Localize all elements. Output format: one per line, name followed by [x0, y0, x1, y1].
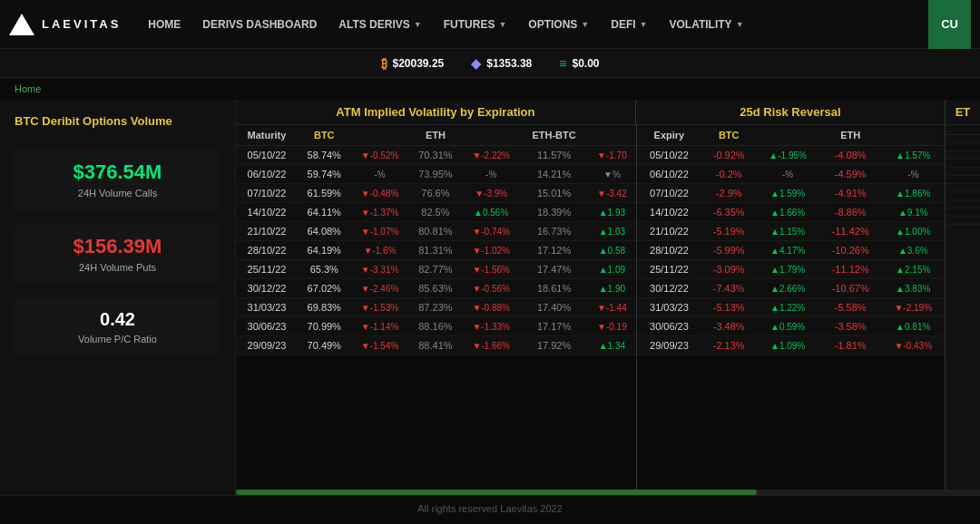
cell-btc-delta: ▼-2.46%	[351, 279, 409, 298]
th-rr-btc2	[756, 125, 818, 146]
main-layout: BTC Deribit Options Volume $376.54M 24H …	[0, 100, 980, 495]
cell-maturity: 28/10/22	[236, 241, 298, 260]
et-table-row	[946, 151, 980, 160]
cell-rr-btc3: -8.86%	[819, 203, 882, 222]
cell-eth-delta: ▼-2.22%	[462, 146, 520, 165]
cell-ethbtc-delta: ▼-3.42	[588, 184, 636, 203]
cell-eth-delta: ▼-0.56%	[462, 279, 520, 298]
cell-rr-btc3: -4.59%	[819, 165, 882, 184]
cell-rr-btc: -7.43%	[701, 279, 756, 298]
cell-eth-delta: ▼-1.66%	[462, 336, 520, 355]
cell-btc-delta: ▼-0.48%	[351, 184, 409, 203]
panel-title: BTC Deribit Options Volume	[15, 114, 220, 128]
cell-maturity: 30/06/23	[236, 317, 298, 336]
cell-rr-btc2: ▲1.09%	[756, 336, 818, 355]
cell-eth-val: 70.31%	[409, 146, 463, 165]
cell-maturity: 21/10/22	[236, 222, 298, 241]
cell-eth-val: 80.81%	[409, 222, 463, 241]
calls-box: $376.54M 24H Volume Calls	[15, 150, 220, 209]
cell-eth-val: 85.63%	[409, 279, 463, 298]
btc-value: $20039.25	[393, 57, 445, 70]
cell-et	[946, 184, 980, 192]
right-content: ATM Implied Volatility by Expiration 25d…	[236, 100, 980, 495]
rr-table-row: 05/10/22 -0.92% ▲-1.95% -4.08% ▲1.57%	[637, 146, 945, 165]
cell-maturity: 06/10/22	[236, 165, 298, 184]
cell-eth-val: 82.5%	[409, 203, 463, 222]
navbar: LAEVITAS HOME DERIVS DASHBOARD ALTS DERI…	[0, 0, 980, 49]
cell-et	[946, 192, 980, 200]
cell-expiry: 29/09/23	[637, 336, 701, 355]
et-table-row	[946, 200, 980, 209]
atm-table-row: 31/03/23 69.83% ▼-1.53% 87.23% ▼-0.88% 1…	[236, 298, 636, 317]
cell-btc-delta: -%	[351, 165, 409, 184]
cell-ethbtc-delta: ▲1.93	[588, 203, 636, 222]
cell-ethbtc-val: 14.21%	[520, 165, 588, 184]
cell-rr-btc2: ▲1.66%	[756, 203, 818, 222]
cell-ethbtc-val: 17.17%	[520, 317, 588, 336]
nav-user[interactable]: CU	[928, 0, 971, 49]
breadcrumb-home[interactable]: Home	[15, 83, 41, 94]
cell-btc-val: 69.83%	[298, 298, 351, 317]
puts-box: $156.39M 24H Volume Puts	[15, 224, 220, 284]
nav-futures[interactable]: FUTURES ▼	[435, 13, 516, 36]
rr-table-row: 30/12/22 -7.43% ▲2.66% -10.67% ▲3.83%	[637, 279, 945, 298]
cell-rr-btc2: ▲1.15%	[756, 222, 818, 241]
scrollbar[interactable]	[236, 490, 980, 495]
nav-home[interactable]: HOME	[139, 13, 190, 36]
cell-rr-btc: -2.13%	[701, 336, 756, 355]
atm-table-row: 30/06/23 70.99% ▼-1.14% 88.16% ▼-1.33% 1…	[236, 317, 636, 336]
cell-ethbtc-val: 11.57%	[520, 146, 588, 165]
cell-eth-delta: -%	[462, 165, 520, 184]
cell-maturity: 29/09/23	[236, 336, 298, 355]
cell-rr-btc3: -5.58%	[819, 298, 882, 317]
cell-eth-delta: ▼-1.33%	[462, 317, 520, 336]
atm-table-row: 29/09/23 70.49% ▼-1.54% 88.41% ▼-1.66% 1…	[236, 336, 636, 355]
ratio-label: Volume P/C Ratio	[29, 334, 206, 344]
cell-rr-btc2: -%	[756, 165, 818, 184]
cell-rr-eth: ▲9.1%	[882, 203, 946, 222]
cell-maturity: 07/10/22	[236, 184, 298, 203]
cell-rr-btc: -6.35%	[701, 203, 756, 222]
cell-et	[946, 200, 980, 209]
logo[interactable]: LAEVITAS	[9, 14, 121, 35]
puts-value: $156.39M	[29, 235, 206, 258]
nav-defi[interactable]: DEFI ▼	[602, 13, 656, 36]
eth-ticker: ◆ $1353.38	[471, 56, 532, 71]
sol-icon: ≡	[559, 56, 566, 71]
nav-derivs-dashboard[interactable]: DERIVS DASHBOARD	[193, 13, 326, 36]
sol-value: $0.00	[572, 57, 599, 70]
ticker-bar: ₿ $20039.25 ◆ $1353.38 ≡ $0.00	[0, 49, 980, 78]
rr-table-row: 07/10/22 -2.9% ▲1.59% -4.91% ▲1.86%	[637, 184, 945, 203]
cell-ethbtc-val: 17.92%	[520, 336, 588, 355]
cell-rr-btc: -3.48%	[701, 317, 756, 336]
cell-rr-btc3: -1.81%	[819, 336, 882, 355]
cell-ethbtc-val: 18.39%	[520, 203, 588, 222]
nav-options[interactable]: OPTIONS ▼	[519, 13, 598, 36]
alts-derivs-arrow: ▼	[414, 20, 422, 29]
th-eth-delta	[462, 125, 520, 146]
cell-btc-val: 70.99%	[298, 317, 351, 336]
cell-ethbtc-delta: ▲1.34	[588, 336, 636, 355]
cell-eth-val: 76.6%	[409, 184, 463, 203]
cell-rr-btc2: ▲-1.95%	[756, 146, 818, 165]
cell-ethbtc-val: 15.01%	[520, 184, 588, 203]
cell-expiry: 06/10/22	[637, 165, 701, 184]
atm-table-row: 30/12/22 67.02% ▼-2.46% 85.63% ▼-0.56% 1…	[236, 279, 636, 298]
cell-rr-btc: -3.09%	[701, 260, 756, 279]
cell-eth-delta: ▼-0.74%	[462, 222, 520, 241]
cell-btc-val: 59.74%	[298, 165, 351, 184]
atm-table-row: 28/10/22 64.19% ▼-1.6% 81.31% ▼-1.02% 17…	[236, 241, 636, 260]
rr-table-wrap: Expiry BTC ETH 05/10/22 -0.92% ▲-1.95% -…	[637, 125, 946, 490]
et-table-row	[946, 184, 980, 192]
nav-alts-derivs[interactable]: ALTS DERIVS ▼	[329, 13, 430, 36]
cell-eth-val: 73.95%	[409, 165, 463, 184]
atm-table-row: 14/10/22 64.11% ▼-1.37% 82.5% ▲0.56% 18.…	[236, 203, 636, 222]
cell-ethbtc-val: 17.12%	[520, 241, 588, 260]
cell-eth-delta: ▼-1.02%	[462, 241, 520, 260]
nav-volatility[interactable]: VOLATILITY ▼	[661, 13, 753, 36]
cell-expiry: 25/11/22	[637, 260, 701, 279]
cell-ethbtc-delta: ▼%	[588, 165, 636, 184]
cell-maturity: 25/11/22	[236, 260, 298, 279]
cell-rr-eth: ▲0.81%	[882, 317, 946, 336]
cell-rr-eth: ▲3.6%	[882, 241, 946, 260]
